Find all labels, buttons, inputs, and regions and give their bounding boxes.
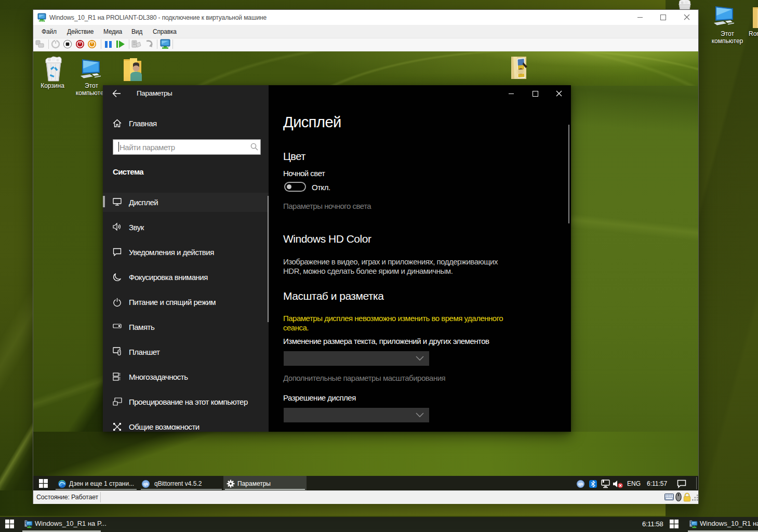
svg-text:qb: qb bbox=[143, 482, 149, 486]
svg-text:qb: qb bbox=[578, 482, 583, 486]
